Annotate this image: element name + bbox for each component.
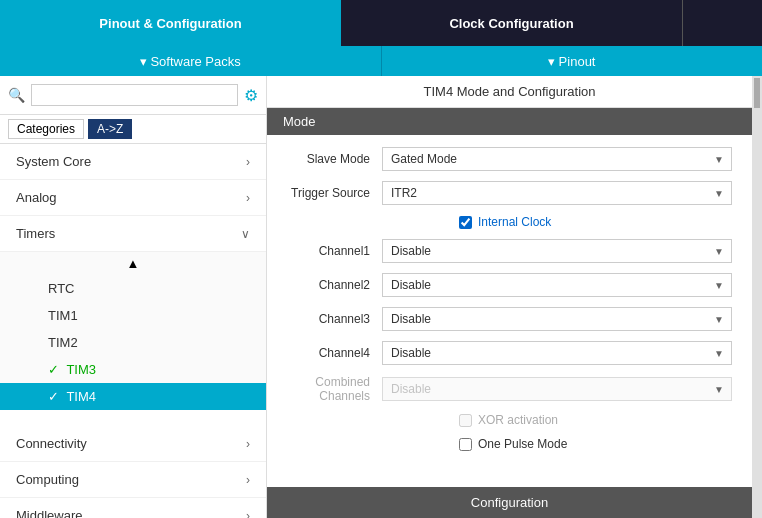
internal-clock-label: Internal Clock bbox=[478, 215, 551, 229]
chevron-right-icon: › bbox=[246, 509, 250, 519]
config-bottom-bar[interactable]: Configuration bbox=[267, 487, 752, 518]
combined-channels-select-wrapper: Disable bbox=[382, 377, 732, 401]
trigger-source-label: Trigger Source bbox=[287, 186, 382, 200]
channel2-row: Channel2 Disable bbox=[287, 273, 732, 297]
check-icon: ✓ bbox=[48, 389, 59, 404]
nav-extra[interactable] bbox=[682, 0, 762, 46]
main-layout: 🔍 ⚙ Categories A->Z System Core › Analog… bbox=[0, 76, 762, 518]
channel2-label: Channel2 bbox=[287, 278, 382, 292]
scroll-thumb[interactable] bbox=[754, 78, 760, 108]
left-panel: 🔍 ⚙ Categories A->Z System Core › Analog… bbox=[0, 76, 267, 518]
channel3-select-wrapper: Disable bbox=[382, 307, 732, 331]
channel2-select-wrapper: Disable bbox=[382, 273, 732, 297]
channel4-select-wrapper: Disable bbox=[382, 341, 732, 365]
sidebar-item-analog[interactable]: Analog › bbox=[0, 180, 266, 216]
slave-mode-row: Slave Mode Gated Mode bbox=[287, 147, 732, 171]
tab-categories[interactable]: Categories bbox=[8, 119, 84, 139]
trigger-source-row: Trigger Source ITR2 bbox=[287, 181, 732, 205]
search-icon: 🔍 bbox=[8, 87, 25, 103]
sidebar-item-rtc[interactable]: RTC bbox=[0, 275, 266, 302]
channel2-select[interactable]: Disable bbox=[382, 273, 732, 297]
chevron-down-icon: ∨ bbox=[241, 227, 250, 241]
internal-clock-row: Internal Clock bbox=[287, 215, 732, 229]
channel4-label: Channel4 bbox=[287, 346, 382, 360]
xor-checkbox[interactable] bbox=[459, 414, 472, 427]
combined-channels-select: Disable bbox=[382, 377, 732, 401]
tim4-header: TIM4 Mode and Configuration bbox=[267, 76, 752, 108]
top-nav: Pinout & Configuration Clock Configurati… bbox=[0, 0, 762, 46]
search-input[interactable] bbox=[31, 84, 238, 106]
channel3-label: Channel3 bbox=[287, 312, 382, 326]
nav-pinout-configuration[interactable]: Pinout & Configuration bbox=[0, 0, 341, 46]
search-bar: 🔍 ⚙ bbox=[0, 76, 266, 115]
gear-icon[interactable]: ⚙ bbox=[244, 86, 258, 105]
chevron-right-icon: › bbox=[246, 473, 250, 487]
chevron-right-icon: › bbox=[246, 155, 250, 169]
channel3-row: Channel3 Disable bbox=[287, 307, 732, 331]
mode-section-header: Mode bbox=[267, 108, 752, 135]
config-content: Slave Mode Gated Mode Trigger Source ITR… bbox=[267, 135, 752, 487]
channel1-row: Channel1 Disable bbox=[287, 239, 732, 263]
nav-clock-configuration[interactable]: Clock Configuration bbox=[341, 0, 682, 46]
sub-nav-pinout[interactable]: ▾ Pinout bbox=[381, 46, 763, 76]
sidebar-item-tim4[interactable]: ✓ TIM4 bbox=[0, 383, 266, 410]
sidebar-item-timers[interactable]: Timers ∨ bbox=[0, 216, 266, 252]
combined-channels-label: Combined Channels bbox=[287, 375, 382, 403]
chevron-right-icon: › bbox=[246, 191, 250, 205]
slave-mode-label: Slave Mode bbox=[287, 152, 382, 166]
slave-mode-select-wrapper: Gated Mode bbox=[382, 147, 732, 171]
sidebar-item-tim1[interactable]: TIM1 bbox=[0, 302, 266, 329]
right-panel: TIM4 Mode and Configuration Mode Slave M… bbox=[267, 76, 752, 518]
chevron-right-icon: › bbox=[246, 437, 250, 451]
sidebar-item-computing[interactable]: Computing › bbox=[0, 462, 266, 498]
sidebar-item-system-core[interactable]: System Core › bbox=[0, 144, 266, 180]
channel1-select[interactable]: Disable bbox=[382, 239, 732, 263]
one-pulse-checkbox[interactable] bbox=[459, 438, 472, 451]
sidebar-item-connectivity[interactable]: Connectivity › bbox=[0, 426, 266, 462]
trigger-source-select-wrapper: ITR2 bbox=[382, 181, 732, 205]
xor-row: XOR activation bbox=[287, 413, 732, 427]
up-arrow-icon: ▲ bbox=[127, 256, 140, 271]
trigger-source-select[interactable]: ITR2 bbox=[382, 181, 732, 205]
channel4-row: Channel4 Disable bbox=[287, 341, 732, 365]
xor-label: XOR activation bbox=[478, 413, 558, 427]
one-pulse-row: One Pulse Mode bbox=[287, 437, 732, 451]
channel1-label: Channel1 bbox=[287, 244, 382, 258]
check-icon: ✓ bbox=[48, 362, 59, 377]
sub-nav: ▾ Software Packs ▾ Pinout bbox=[0, 46, 762, 76]
nav-list: System Core › Analog › Timers ∨ ▲ RTC bbox=[0, 144, 266, 518]
one-pulse-label: One Pulse Mode bbox=[478, 437, 567, 451]
tab-az[interactable]: A->Z bbox=[88, 119, 132, 139]
sidebar-item-tim3[interactable]: ✓ TIM3 bbox=[0, 356, 266, 383]
timers-scroll-up: ▲ bbox=[0, 252, 266, 275]
sidebar-item-tim2[interactable]: TIM2 bbox=[0, 329, 266, 356]
channel1-select-wrapper: Disable bbox=[382, 239, 732, 263]
sidebar-item-middleware[interactable]: Middleware › bbox=[0, 498, 266, 518]
slave-mode-select[interactable]: Gated Mode bbox=[382, 147, 732, 171]
timers-sub-list: RTC TIM1 TIM2 ✓ TIM3 ✓ TIM4 bbox=[0, 275, 266, 410]
sub-nav-software-packs[interactable]: ▾ Software Packs bbox=[0, 46, 381, 76]
channel4-select[interactable]: Disable bbox=[382, 341, 732, 365]
scrollbar[interactable] bbox=[752, 76, 762, 518]
channel3-select[interactable]: Disable bbox=[382, 307, 732, 331]
category-tabs: Categories A->Z bbox=[0, 115, 266, 144]
combined-channels-row: Combined Channels Disable bbox=[287, 375, 732, 403]
internal-clock-checkbox[interactable] bbox=[459, 216, 472, 229]
